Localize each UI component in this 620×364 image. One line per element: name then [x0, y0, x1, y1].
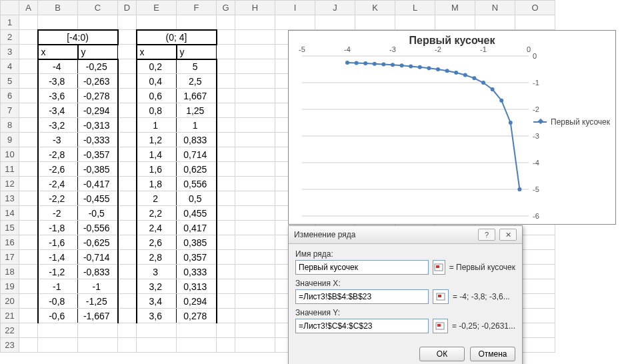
cell[interactable]	[217, 103, 235, 118]
cell[interactable]	[217, 235, 235, 250]
cell[interactable]	[217, 265, 235, 279]
cell[interactable]: 0,8	[137, 103, 177, 118]
row-header[interactable]: 7	[1, 103, 19, 118]
row-header[interactable]: 10	[1, 147, 19, 162]
range-picker-button[interactable]	[433, 260, 445, 275]
cell[interactable]: -3,2	[38, 118, 78, 133]
row-1[interactable]: 1	[1, 15, 555, 30]
cell[interactable]	[19, 30, 38, 45]
cell[interactable]: -0,625	[78, 235, 118, 250]
cell[interactable]: -1,6	[38, 235, 78, 250]
cell[interactable]	[315, 15, 355, 30]
dialog-titlebar[interactable]: Изменение ряда ? ✕	[289, 226, 522, 244]
cell[interactable]	[217, 279, 235, 294]
cell[interactable]: 0,313	[177, 279, 217, 294]
row-header[interactable]: 8	[1, 118, 19, 133]
cell[interactable]	[235, 221, 275, 235]
cell[interactable]	[19, 15, 38, 30]
cell[interactable]	[217, 74, 235, 89]
row-header[interactable]: 20	[1, 294, 19, 309]
cell[interactable]	[118, 89, 137, 103]
cell[interactable]	[19, 221, 38, 235]
cell[interactable]	[235, 206, 275, 221]
cell[interactable]	[118, 133, 137, 147]
cell[interactable]	[118, 235, 137, 250]
cell[interactable]	[235, 118, 275, 133]
cell[interactable]	[235, 294, 275, 309]
cell[interactable]	[137, 338, 177, 353]
row-header[interactable]: 14	[1, 206, 19, 221]
cell[interactable]	[177, 15, 217, 30]
cell[interactable]: -0,357	[78, 147, 118, 162]
cell[interactable]: 5	[177, 59, 217, 74]
cell[interactable]: 1,8	[137, 177, 177, 191]
row-header[interactable]: 17	[1, 250, 19, 265]
cell[interactable]: 1,667	[177, 89, 217, 103]
col-N[interactable]: N	[475, 1, 515, 15]
cell[interactable]	[19, 89, 38, 103]
cell[interactable]	[235, 265, 275, 279]
cell[interactable]: y	[177, 45, 217, 59]
cell[interactable]	[235, 74, 275, 89]
cell[interactable]: 1,4	[137, 147, 177, 162]
cell[interactable]	[435, 15, 475, 30]
cell[interactable]: -0,714	[78, 250, 118, 265]
cell[interactable]	[118, 74, 137, 89]
cell[interactable]: 0,5	[177, 191, 217, 206]
cell[interactable]	[217, 15, 235, 30]
cell[interactable]	[118, 250, 137, 265]
cell[interactable]: 2,5	[177, 74, 217, 89]
cell[interactable]	[19, 45, 38, 59]
cell[interactable]	[19, 250, 38, 265]
cell[interactable]	[217, 59, 235, 74]
row-header[interactable]: 3	[1, 45, 19, 59]
cell[interactable]	[118, 309, 137, 323]
cell[interactable]	[217, 294, 235, 309]
cell[interactable]: -1	[78, 279, 118, 294]
cell[interactable]	[137, 323, 177, 338]
cell[interactable]	[78, 338, 118, 353]
cell[interactable]: 2,8	[137, 250, 177, 265]
row-header[interactable]: 5	[1, 74, 19, 89]
cell[interactable]	[235, 250, 275, 265]
cell[interactable]	[118, 265, 137, 279]
cell[interactable]: -1,8	[38, 221, 78, 235]
cell[interactable]: -2,2	[38, 191, 78, 206]
cell[interactable]: -4	[38, 59, 78, 74]
cell[interactable]	[235, 177, 275, 191]
row-header[interactable]: 22	[1, 323, 19, 338]
cell[interactable]	[19, 206, 38, 221]
cell[interactable]	[177, 323, 217, 338]
cell[interactable]	[118, 323, 137, 338]
cell[interactable]: x	[137, 45, 177, 59]
range-picker-button[interactable]	[433, 289, 449, 304]
cell[interactable]	[177, 338, 217, 353]
cell[interactable]	[217, 221, 235, 235]
cell[interactable]: 3,2	[137, 279, 177, 294]
cell[interactable]: 1,25	[177, 103, 217, 118]
cell[interactable]	[217, 118, 235, 133]
cell[interactable]	[118, 177, 137, 191]
cell[interactable]	[515, 15, 555, 30]
cell[interactable]: 1,2	[137, 133, 177, 147]
cell[interactable]	[235, 323, 275, 338]
cell[interactable]: -0,556	[78, 221, 118, 235]
col-L[interactable]: L	[395, 1, 435, 15]
cell[interactable]	[275, 15, 315, 30]
cell[interactable]: 0,556	[177, 177, 217, 191]
close-button[interactable]: ✕	[499, 229, 517, 241]
cell[interactable]	[217, 162, 235, 177]
col-F[interactable]: F	[177, 1, 217, 15]
row-header[interactable]: 23	[1, 338, 19, 353]
col-H[interactable]: H	[235, 1, 275, 15]
cell[interactable]: -0,455	[78, 191, 118, 206]
cell[interactable]	[235, 309, 275, 323]
cell[interactable]	[217, 147, 235, 162]
cell[interactable]: -3,4	[38, 103, 78, 118]
cell[interactable]	[235, 103, 275, 118]
cell[interactable]	[118, 15, 137, 30]
ok-button[interactable]: ОК	[419, 347, 465, 361]
cell[interactable]	[19, 294, 38, 309]
cell[interactable]: 3,4	[137, 294, 177, 309]
cell[interactable]	[118, 147, 137, 162]
